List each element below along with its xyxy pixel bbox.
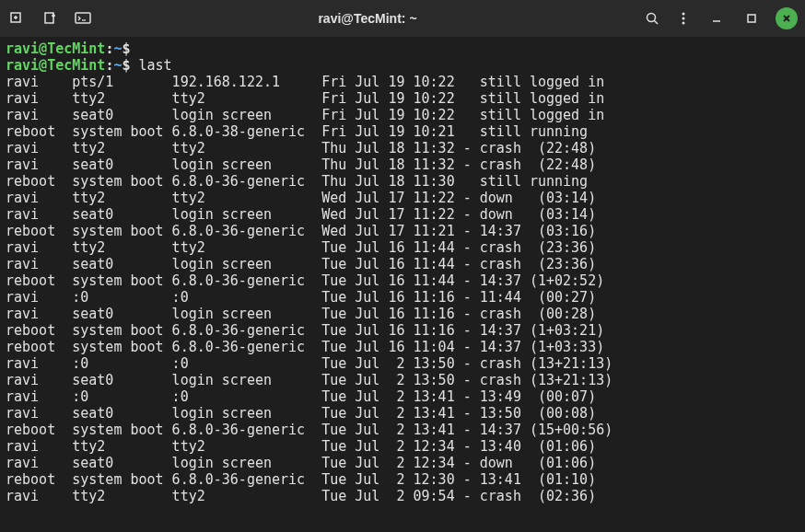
menu-button[interactable] [674,9,693,28]
prompt-line-command: ravi@TecMint:~$ last [6,57,799,74]
last-output-row: reboot system boot 6.8.0-36-generic Tue … [6,322,799,339]
last-output-row: ravi seat0 login screen Tue Jul 2 13:50 … [6,372,799,388]
titlebar-left-controls [7,9,92,28]
new-tab-button[interactable] [7,9,26,28]
last-output-row: ravi tty2 tty2 Tue Jul 2 09:54 - crash (… [6,488,799,504]
svg-rect-14 [748,15,755,22]
prompt-line-empty: ravi@TecMint:~$ [6,40,799,57]
svg-point-11 [682,17,685,20]
prompt-user-host: ravi@TecMint [6,57,105,74]
titlebar-right-controls [643,7,798,29]
last-output-row: ravi seat0 login screen Tue Jul 2 12:34 … [6,455,799,471]
last-output-row: ravi seat0 login screen Fri Jul 19 10:22… [6,107,799,123]
last-output-row: reboot system boot 6.8.0-38-generic Fri … [6,123,799,140]
search-button[interactable] [643,9,661,28]
last-output-row: reboot system boot 6.8.0-36-generic Thu … [6,173,799,190]
last-output-row: ravi seat0 login screen Tue Jul 16 11:16… [6,306,799,322]
last-output-row: reboot system boot 6.8.0-36-generic Wed … [6,223,799,239]
last-output-row: reboot system boot 6.8.0-36-generic Tue … [6,422,799,438]
last-output-row: ravi pts/1 192.168.122.1 Fri Jul 19 10:2… [6,74,799,90]
last-output-row: ravi tty2 tty2 Wed Jul 17 11:22 - down (… [6,190,799,206]
window-titlebar: ravi@TecMint: ~ [0,0,805,37]
svg-point-10 [682,13,685,16]
window-title: ravi@TecMint: ~ [92,11,643,26]
last-output-row: ravi :0 :0 Tue Jul 16 11:16 - 11:44 (00:… [6,289,799,306]
svg-rect-6 [76,13,90,23]
last-output-row: ravi :0 :0 Tue Jul 2 13:50 - crash (13+2… [6,355,799,372]
new-window-button[interactable] [41,9,59,28]
last-output-row: ravi seat0 login screen Tue Jul 2 13:41 … [6,405,799,422]
last-output-row: ravi tty2 tty2 Thu Jul 18 11:32 - crash … [6,140,799,156]
last-output-row: ravi tty2 tty2 Fri Jul 19 10:22 still lo… [6,90,799,107]
last-output-row: reboot system boot 6.8.0-36-generic Tue … [6,339,799,355]
svg-rect-3 [45,13,53,23]
last-output-row: ravi seat0 login screen Wed Jul 17 11:22… [6,206,799,223]
svg-line-9 [655,21,659,25]
svg-point-12 [682,22,685,25]
last-output-row: reboot system boot 6.8.0-36-generic Tue … [6,272,799,289]
last-output-row: ravi seat0 login screen Thu Jul 18 11:32… [6,156,799,173]
last-output-row: ravi tty2 tty2 Tue Jul 16 11:44 - crash … [6,239,799,256]
svg-point-8 [648,14,656,22]
last-output-row: ravi seat0 login screen Tue Jul 16 11:44… [6,256,799,272]
maximize-button[interactable] [741,7,763,29]
close-button[interactable] [776,7,798,29]
last-output-row: ravi tty2 tty2 Tue Jul 2 12:34 - 13:40 (… [6,438,799,455]
prompt-user-host: ravi@TecMint [6,40,105,57]
last-output-row: ravi :0 :0 Tue Jul 2 13:41 - 13:49 (00:0… [6,388,799,405]
command-text: last [139,57,172,74]
terminal-output[interactable]: ravi@TecMint:~$ ravi@TecMint:~$ lastravi… [0,37,805,532]
minimize-button[interactable] [706,7,728,29]
terminal-icon[interactable] [74,9,92,28]
last-output-row: reboot system boot 6.8.0-36-generic Tue … [6,471,799,488]
